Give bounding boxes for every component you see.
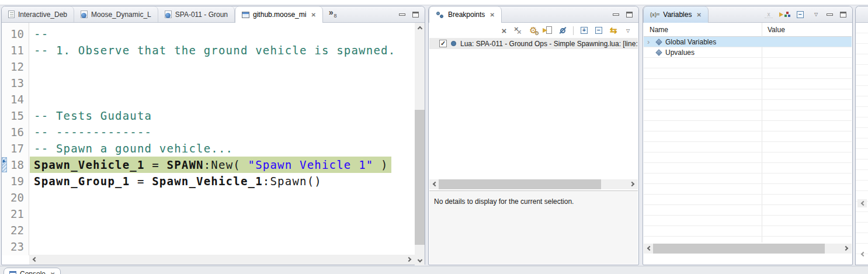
expand-all-icon[interactable]: + <box>579 25 589 36</box>
empty-table-row[interactable] <box>644 216 852 226</box>
line-number[interactable]: 13 <box>2 75 29 91</box>
variable-row[interactable]: ›Global Variables <box>644 37 852 47</box>
show-breakpoints-for-target-icon[interactable]: ⚙⚙ <box>528 25 539 36</box>
show-type-names-icon[interactable]: x <box>763 9 774 20</box>
code-line[interactable]: -- Spawn a gound vehicle... <box>30 140 416 157</box>
tab-variables[interactable]: (x)= Variables ✕ <box>643 6 709 23</box>
variables-table[interactable]: ›Global VariablesUpvalues <box>644 37 852 242</box>
scroll-left-icon[interactable] <box>644 244 654 253</box>
line-number-gutter[interactable]: 1011121314151617181920212223 <box>2 23 29 255</box>
remove-all-breakpoints-icon[interactable]: ×× <box>513 25 524 36</box>
breakpoints-list[interactable]: ✓ Lua: SPA-011 - Ground Ops - Simple Spa… <box>429 38 638 179</box>
code-line[interactable]: -- Tests Gudauta <box>30 107 416 124</box>
breakpoint-checkbox[interactable]: ✓ <box>439 40 447 47</box>
code-line[interactable]: -- <box>30 26 416 42</box>
link-with-debug-view-icon[interactable]: ⇆ <box>608 25 619 36</box>
editor-horizontal-scrollbar[interactable] <box>29 255 415 265</box>
empty-table-row[interactable] <box>644 58 852 68</box>
minimize-icon[interactable] <box>399 13 405 16</box>
tab-moose-dynamic-l[interactable]: Moose_Dynamic_L <box>74 6 158 22</box>
maximize-icon[interactable] <box>626 12 633 18</box>
empty-table-row[interactable] <box>644 142 852 152</box>
line-number[interactable]: 10 <box>2 26 29 42</box>
empty-table-row[interactable] <box>644 79 852 89</box>
scroll-right-icon[interactable] <box>405 255 415 264</box>
remove-breakpoint-icon[interactable]: × <box>499 25 509 36</box>
view-menu-icon[interactable]: ▽ <box>623 25 633 36</box>
code-line[interactable] <box>30 222 416 238</box>
scroll-left-icon[interactable] <box>857 199 867 207</box>
code-line[interactable] <box>30 189 416 206</box>
view-menu-icon[interactable]: ▽ <box>811 9 821 20</box>
empty-table-row[interactable] <box>644 195 852 205</box>
code-line[interactable]: -- ------------- <box>30 124 416 140</box>
line-number[interactable]: 17 <box>2 140 29 157</box>
more-tabs-chevron-icon[interactable]: » 8 <box>323 6 342 22</box>
tab-spa-011-groun[interactable]: SPA-011 - Groun <box>158 6 235 22</box>
code-line[interactable] <box>30 238 416 255</box>
line-number[interactable]: 12 <box>2 58 29 75</box>
empty-table-row[interactable] <box>644 174 852 184</box>
empty-table-row[interactable] <box>644 163 852 174</box>
variables-horizontal-scrollbar[interactable] <box>644 244 852 254</box>
tab-interactive-deb[interactable]: Interactive_Deb <box>2 6 74 22</box>
minimize-icon[interactable] <box>613 13 619 16</box>
scroll-left-icon[interactable] <box>857 250 867 258</box>
line-number[interactable]: 11 <box>2 42 29 58</box>
line-number[interactable]: 19 <box>2 173 29 189</box>
empty-table-row[interactable] <box>644 205 852 216</box>
line-number[interactable]: 14 <box>2 91 29 107</box>
line-number[interactable]: 21 <box>2 206 29 222</box>
scroll-left-icon[interactable] <box>29 255 39 264</box>
scroll-left-icon[interactable] <box>429 179 439 189</box>
close-icon[interactable]: ✕ <box>696 12 701 18</box>
empty-table-row[interactable] <box>644 131 852 142</box>
empty-table-row[interactable] <box>644 152 852 163</box>
line-number[interactable]: 15 <box>2 107 29 124</box>
empty-table-row[interactable] <box>644 68 852 79</box>
line-number[interactable]: 23 <box>2 238 29 255</box>
collapse-all-icon[interactable]: − <box>593 25 604 36</box>
go-to-file-for-breakpoint-icon[interactable] <box>543 25 553 36</box>
tab-console[interactable]: Console ✕ <box>4 268 61 274</box>
scrollbar-thumb[interactable] <box>415 110 425 245</box>
empty-table-row[interactable] <box>644 226 852 237</box>
code-line[interactable]: Spawn_Group_1 = Spawn_Vehicle_1:Spawn() <box>30 173 416 189</box>
code-line[interactable] <box>30 75 416 91</box>
close-icon[interactable]: ✕ <box>50 271 55 274</box>
collapse-all-icon[interactable]: − <box>795 9 805 20</box>
show-logical-structure-icon[interactable] <box>779 11 790 19</box>
minimize-icon[interactable] <box>827 13 833 16</box>
empty-table-row[interactable] <box>644 110 852 121</box>
maximize-icon[interactable] <box>412 12 419 18</box>
code-line[interactable]: Spawn_Vehicle_1 = SPAWN:New( "Spawn Vehi… <box>30 157 416 173</box>
code-line[interactable] <box>30 58 416 75</box>
close-icon[interactable]: ✕ <box>311 12 315 18</box>
scroll-up-icon[interactable] <box>415 23 425 32</box>
line-number[interactable]: 16 <box>2 124 29 140</box>
breakpoints-horizontal-scrollbar[interactable] <box>429 179 638 189</box>
column-header-value[interactable]: Value <box>768 26 785 34</box>
empty-table-row[interactable] <box>644 184 852 195</box>
empty-table-row[interactable] <box>644 89 852 100</box>
breakpoint-row[interactable]: ✓ Lua: SPA-011 - Ground Ops - Simple Spa… <box>429 38 638 49</box>
line-number[interactable]: 18 <box>2 157 29 173</box>
code-editor-area[interactable]: ---- 1. Observe that the ground vehicle … <box>30 23 416 255</box>
empty-table-row[interactable] <box>644 237 852 242</box>
empty-table-row[interactable] <box>644 100 852 110</box>
code-line[interactable] <box>30 206 416 222</box>
expander-chevron-icon[interactable]: › <box>647 38 655 46</box>
maximize-icon[interactable] <box>840 12 846 18</box>
code-line[interactable] <box>30 91 416 107</box>
scrollbar-thumb[interactable] <box>653 244 825 254</box>
line-number[interactable]: 22 <box>2 222 29 238</box>
scrollbar-thumb[interactable] <box>439 179 601 189</box>
close-icon[interactable]: ✕ <box>489 12 494 18</box>
scroll-right-icon[interactable] <box>842 244 852 253</box>
code-line[interactable]: -- 1. Observe that the ground vehicle is… <box>30 42 416 58</box>
tab-github-moose-mi[interactable]: github.moose_mi✕ <box>235 6 323 23</box>
variable-row[interactable]: Upvalues <box>644 47 852 58</box>
scroll-right-icon[interactable] <box>628 179 638 189</box>
empty-table-row[interactable] <box>644 121 852 131</box>
scroll-down-icon[interactable] <box>415 256 425 265</box>
